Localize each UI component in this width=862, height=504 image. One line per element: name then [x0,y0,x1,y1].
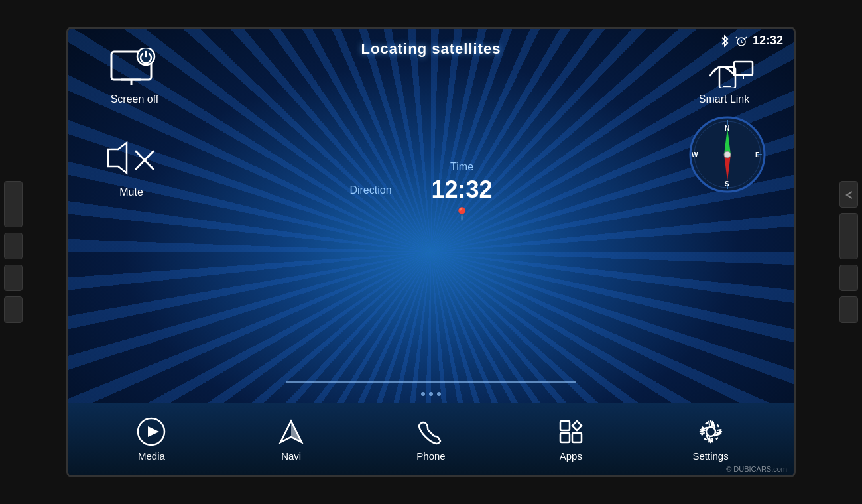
phone-icon [416,417,446,446]
nav-phone[interactable]: Phone [361,417,501,462]
mute-button[interactable]: Mute [101,135,161,198]
gps-time-label: Time [450,161,473,173]
svg-marker-32 [148,426,159,437]
svg-line-3 [736,37,737,38]
dot-3 [437,392,441,396]
svg-rect-35 [560,421,570,430]
right-btn-back[interactable] [839,181,858,208]
navigation-icon [277,417,306,446]
mute-label: Mute [119,186,143,198]
svg-rect-11 [734,62,753,75]
dot-1 [421,392,425,396]
gps-time-value: 12:32 [432,176,493,204]
nav-media-label: Media [138,450,165,462]
svg-line-4 [745,37,747,38]
svg-rect-37 [572,433,582,442]
direction-block: Direction [349,184,391,199]
progress-line [286,381,576,383]
nav-navi[interactable]: Navi [221,417,361,462]
svg-marker-14 [108,143,127,173]
top-icons-row: Screen off Smart Link [68,48,794,105]
apps-icon [556,417,585,446]
settings-icon [696,417,725,446]
right-side-buttons [835,174,862,330]
gps-info-section: Direction Time 12:32 📍 [168,161,674,222]
right-btn-4[interactable] [839,296,858,323]
right-btn-2[interactable] [839,213,858,259]
screen-off-button[interactable]: Screen off [108,48,161,105]
nav-phone-label: Phone [416,450,445,462]
smart-link-icon [694,48,754,88]
bluetooth-icon [719,34,730,48]
location-pin-icon: 📍 [454,206,470,222]
svg-rect-36 [560,433,570,442]
alarm-icon [735,35,747,47]
svg-rect-9 [719,67,735,88]
svg-marker-34 [291,421,302,442]
smart-link-label: Smart Link [699,94,749,105]
time-block: Time 12:32 📍 [432,161,493,222]
svg-text:S: S [725,180,729,188]
svg-marker-38 [572,421,582,430]
infotainment-screen: 12:32 Locating satellites Screen o [66,27,796,477]
compass-widget: N S W E [688,115,767,194]
nav-settings-label: Settings [692,450,728,462]
nav-settings[interactable]: Settings [641,417,780,462]
screen-off-icon [108,48,161,88]
status-time: 12:32 [753,34,783,48]
mute-icon [101,135,161,181]
outer-frame: 12:32 Locating satellites Screen o [0,0,862,504]
svg-point-40 [702,422,720,441]
svg-point-30 [724,151,731,158]
nav-navi-label: Navi [281,450,301,462]
status-bar: 12:32 [709,29,794,53]
right-btn-3[interactable] [839,265,858,291]
dot-2 [429,392,433,396]
screen-off-label: Screen off [111,94,159,105]
left-btn-2[interactable] [4,233,23,259]
compass-icon: N S W E [688,115,767,194]
svg-text:W: W [692,151,698,158]
svg-text:E: E [755,151,760,158]
smart-link-button[interactable]: Smart Link [694,48,754,105]
page-dots [421,392,441,396]
bottom-nav: Media Navi Phone [68,403,794,475]
left-side-buttons [0,174,27,330]
left-btn-3[interactable] [4,265,23,291]
left-btn-4[interactable] [4,296,23,323]
nav-apps[interactable]: Apps [501,417,641,462]
play-icon [137,417,166,446]
svg-point-39 [706,427,715,436]
nav-apps-label: Apps [560,450,582,462]
nav-media[interactable]: Media [82,417,221,462]
direction-label: Direction [349,184,391,196]
left-btn-1[interactable] [4,181,23,227]
watermark: © DUBICARS.com [726,465,787,473]
